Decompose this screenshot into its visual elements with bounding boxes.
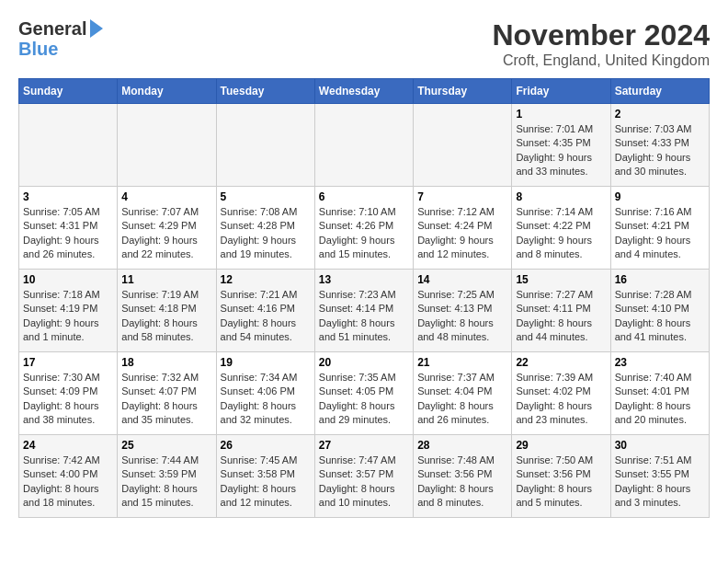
day-info: Sunrise: 7:50 AM Sunset: 3:56 PM Dayligh… — [516, 454, 606, 511]
day-cell: 4Sunrise: 7:07 AM Sunset: 4:29 PM Daylig… — [118, 187, 216, 270]
day-cell — [414, 104, 512, 187]
column-header-wednesday: Wednesday — [314, 79, 413, 104]
day-number: 27 — [319, 439, 409, 452]
day-number: 19 — [221, 356, 311, 369]
day-number: 11 — [121, 273, 211, 286]
week-row-2: 3Sunrise: 7:05 AM Sunset: 4:31 PM Daylig… — [19, 187, 710, 270]
day-cell: 11Sunrise: 7:19 AM Sunset: 4:18 PM Dayli… — [118, 270, 216, 352]
day-cell: 30Sunrise: 7:51 AM Sunset: 3:55 PM Dayli… — [610, 435, 709, 518]
page-subtitle: Croft, England, United Kingdom — [492, 52, 710, 69]
week-row-4: 17Sunrise: 7:30 AM Sunset: 4:09 PM Dayli… — [19, 352, 710, 435]
page-title: November 2024 — [492, 18, 710, 52]
day-number: 4 — [121, 190, 211, 203]
day-info: Sunrise: 7:51 AM Sunset: 3:55 PM Dayligh… — [615, 454, 705, 511]
day-info: Sunrise: 7:37 AM Sunset: 4:04 PM Dayligh… — [417, 371, 507, 428]
day-info: Sunrise: 7:19 AM Sunset: 4:18 PM Dayligh… — [121, 288, 211, 345]
day-cell: 7Sunrise: 7:12 AM Sunset: 4:24 PM Daylig… — [414, 187, 512, 270]
day-cell: 28Sunrise: 7:48 AM Sunset: 3:56 PM Dayli… — [414, 435, 512, 518]
day-info: Sunrise: 7:42 AM Sunset: 4:00 PM Dayligh… — [23, 454, 113, 511]
column-header-saturday: Saturday — [610, 79, 709, 104]
day-number: 7 — [417, 190, 507, 203]
day-number: 15 — [516, 273, 606, 286]
header-row: SundayMondayTuesdayWednesdayThursdayFrid… — [19, 79, 710, 104]
calendar-header: SundayMondayTuesdayWednesdayThursdayFrid… — [19, 79, 710, 104]
day-info: Sunrise: 7:07 AM Sunset: 4:29 PM Dayligh… — [121, 205, 211, 262]
day-cell: 1Sunrise: 7:01 AM Sunset: 4:35 PM Daylig… — [512, 104, 610, 187]
day-info: Sunrise: 7:47 AM Sunset: 3:57 PM Dayligh… — [319, 454, 409, 511]
day-cell — [19, 104, 118, 187]
day-number: 29 — [516, 439, 606, 452]
day-cell — [314, 104, 413, 187]
day-number: 30 — [615, 439, 705, 452]
day-info: Sunrise: 7:12 AM Sunset: 4:24 PM Dayligh… — [417, 205, 507, 262]
day-cell: 24Sunrise: 7:42 AM Sunset: 4:00 PM Dayli… — [19, 435, 118, 518]
day-number: 22 — [516, 356, 606, 369]
day-cell — [118, 104, 216, 187]
day-cell: 12Sunrise: 7:21 AM Sunset: 4:16 PM Dayli… — [216, 270, 314, 352]
title-area: November 2024 Croft, England, United Kin… — [492, 18, 710, 69]
logo-arrow-icon — [90, 19, 103, 38]
day-number: 24 — [23, 439, 113, 452]
day-info: Sunrise: 7:45 AM Sunset: 3:58 PM Dayligh… — [221, 454, 311, 511]
day-number: 13 — [319, 273, 409, 286]
day-info: Sunrise: 7:23 AM Sunset: 4:14 PM Dayligh… — [319, 288, 409, 345]
day-cell: 18Sunrise: 7:32 AM Sunset: 4:07 PM Dayli… — [118, 352, 216, 435]
day-info: Sunrise: 7:14 AM Sunset: 4:22 PM Dayligh… — [516, 205, 606, 262]
column-header-monday: Monday — [118, 79, 216, 104]
day-number: 26 — [221, 439, 311, 452]
day-info: Sunrise: 7:39 AM Sunset: 4:02 PM Dayligh… — [516, 371, 606, 428]
day-info: Sunrise: 7:30 AM Sunset: 4:09 PM Dayligh… — [23, 371, 113, 428]
day-number: 2 — [615, 108, 705, 121]
day-info: Sunrise: 7:40 AM Sunset: 4:01 PM Dayligh… — [615, 371, 705, 428]
day-number: 28 — [417, 439, 507, 452]
day-info: Sunrise: 7:28 AM Sunset: 4:10 PM Dayligh… — [615, 288, 705, 345]
day-cell: 21Sunrise: 7:37 AM Sunset: 4:04 PM Dayli… — [414, 352, 512, 435]
day-number: 1 — [516, 108, 606, 121]
day-number: 17 — [23, 356, 113, 369]
logo-blue-text: Blue — [18, 39, 58, 60]
logo-general-text: General — [18, 18, 86, 39]
day-number: 14 — [417, 273, 507, 286]
day-info: Sunrise: 7:44 AM Sunset: 3:59 PM Dayligh… — [121, 454, 211, 511]
day-cell: 14Sunrise: 7:25 AM Sunset: 4:13 PM Dayli… — [414, 270, 512, 352]
day-cell: 27Sunrise: 7:47 AM Sunset: 3:57 PM Dayli… — [314, 435, 413, 518]
day-number: 8 — [516, 190, 606, 203]
day-info: Sunrise: 7:48 AM Sunset: 3:56 PM Dayligh… — [417, 454, 507, 511]
day-info: Sunrise: 7:35 AM Sunset: 4:05 PM Dayligh… — [319, 371, 409, 428]
day-cell: 25Sunrise: 7:44 AM Sunset: 3:59 PM Dayli… — [118, 435, 216, 518]
day-number: 10 — [23, 273, 113, 286]
header: General Blue November 2024 Croft, Englan… — [18, 18, 710, 69]
day-cell: 19Sunrise: 7:34 AM Sunset: 4:06 PM Dayli… — [216, 352, 314, 435]
day-cell — [216, 104, 314, 187]
day-info: Sunrise: 7:05 AM Sunset: 4:31 PM Dayligh… — [23, 205, 113, 262]
day-cell: 17Sunrise: 7:30 AM Sunset: 4:09 PM Dayli… — [19, 352, 118, 435]
day-info: Sunrise: 7:08 AM Sunset: 4:28 PM Dayligh… — [221, 205, 311, 262]
day-number: 5 — [221, 190, 311, 203]
day-number: 6 — [319, 190, 409, 203]
day-cell: 20Sunrise: 7:35 AM Sunset: 4:05 PM Dayli… — [314, 352, 413, 435]
day-info: Sunrise: 7:16 AM Sunset: 4:21 PM Dayligh… — [615, 205, 705, 262]
day-cell: 5Sunrise: 7:08 AM Sunset: 4:28 PM Daylig… — [216, 187, 314, 270]
day-cell: 10Sunrise: 7:18 AM Sunset: 4:19 PM Dayli… — [19, 270, 118, 352]
day-info: Sunrise: 7:10 AM Sunset: 4:26 PM Dayligh… — [319, 205, 409, 262]
day-number: 18 — [121, 356, 211, 369]
day-cell: 26Sunrise: 7:45 AM Sunset: 3:58 PM Dayli… — [216, 435, 314, 518]
day-cell: 15Sunrise: 7:27 AM Sunset: 4:11 PM Dayli… — [512, 270, 610, 352]
week-row-5: 24Sunrise: 7:42 AM Sunset: 4:00 PM Dayli… — [19, 435, 710, 518]
day-cell: 13Sunrise: 7:23 AM Sunset: 4:14 PM Dayli… — [314, 270, 413, 352]
day-cell: 23Sunrise: 7:40 AM Sunset: 4:01 PM Dayli… — [610, 352, 709, 435]
day-info: Sunrise: 7:21 AM Sunset: 4:16 PM Dayligh… — [221, 288, 311, 345]
day-cell: 29Sunrise: 7:50 AM Sunset: 3:56 PM Dayli… — [512, 435, 610, 518]
week-row-1: 1Sunrise: 7:01 AM Sunset: 4:35 PM Daylig… — [19, 104, 710, 187]
day-info: Sunrise: 7:27 AM Sunset: 4:11 PM Dayligh… — [516, 288, 606, 345]
day-number: 21 — [417, 356, 507, 369]
day-cell: 6Sunrise: 7:10 AM Sunset: 4:26 PM Daylig… — [314, 187, 413, 270]
day-info: Sunrise: 7:03 AM Sunset: 4:33 PM Dayligh… — [615, 122, 705, 179]
day-info: Sunrise: 7:18 AM Sunset: 4:19 PM Dayligh… — [23, 288, 113, 345]
day-cell: 2Sunrise: 7:03 AM Sunset: 4:33 PM Daylig… — [610, 104, 709, 187]
column-header-sunday: Sunday — [19, 79, 118, 104]
week-row-3: 10Sunrise: 7:18 AM Sunset: 4:19 PM Dayli… — [19, 270, 710, 352]
day-number: 16 — [615, 273, 705, 286]
column-header-tuesday: Tuesday — [216, 79, 314, 104]
day-cell: 22Sunrise: 7:39 AM Sunset: 4:02 PM Dayli… — [512, 352, 610, 435]
